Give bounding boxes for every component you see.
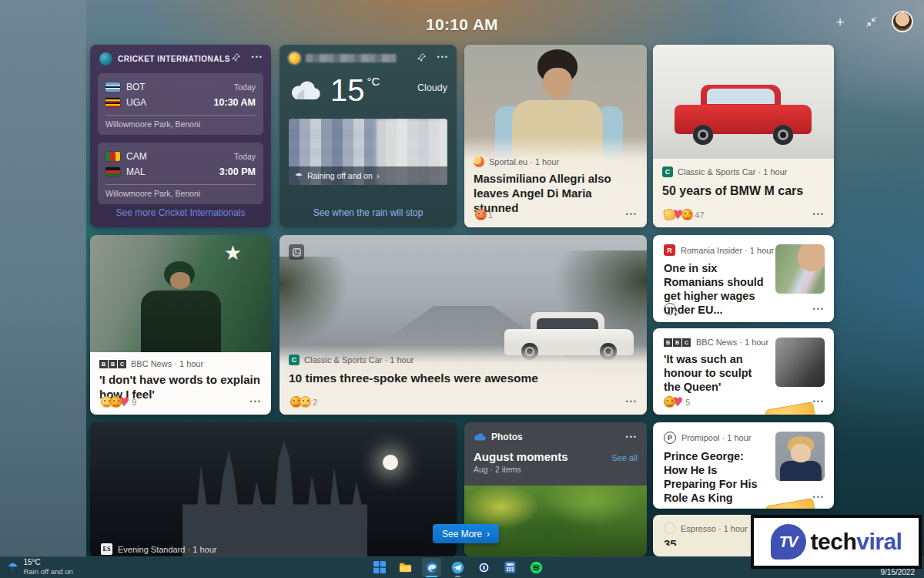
news-source: Classic & Sports Car · 1 hour: [678, 167, 787, 176]
photo-shape: [707, 89, 775, 104]
reaction-count: 5: [685, 398, 690, 407]
news-source: Classic & Sports Car · 1 hour: [304, 355, 413, 365]
more-options-icon[interactable]: •••: [813, 494, 825, 501]
current-temp: 15: [330, 75, 365, 106]
article-photo: [653, 45, 834, 159]
match-day: Today: [234, 82, 256, 92]
evening-standard-logo-icon: ES: [101, 543, 112, 555]
match-card[interactable]: BOT Today UGA 10:30 AM Willowmoore Park,…: [98, 73, 263, 135]
more-options-icon[interactable]: •••: [813, 306, 825, 313]
cricket-widget: CRICKET INTERNATIONALS ••• BOT Today UGA…: [90, 45, 271, 227]
album-photo[interactable]: [464, 486, 647, 556]
reaction-laugh-icon[interactable]: [300, 396, 311, 408]
collapse-icon: [865, 16, 877, 28]
panel-controls: +: [830, 11, 913, 32]
onepassword-icon: [477, 561, 490, 574]
more-options-icon[interactable]: •••: [626, 398, 638, 405]
pin-icon[interactable]: [231, 52, 241, 62]
news-source: Espresso · 1 hour: [681, 524, 748, 533]
add-widget-button[interactable]: +: [830, 12, 850, 32]
start-button[interactable]: [370, 558, 389, 577]
calculator-button[interactable]: [500, 558, 520, 577]
photo-shape: [170, 272, 190, 289]
reaction-count: 2: [668, 492, 672, 502]
match-venue: Willowmoore Park, Benoni: [105, 189, 256, 200]
news-card-evening-standard[interactable]: ES Evening Standard · 1 hour: [90, 422, 457, 556]
file-explorer-button[interactable]: [396, 558, 415, 577]
reaction-thumbsup-icon[interactable]: [765, 402, 822, 415]
news-source: Romania Insider · 1 hour: [681, 246, 774, 255]
see-all-link[interactable]: See all: [611, 453, 638, 462]
news-card-george[interactable]: P Promipool · 1 hour Prince George: How …: [653, 422, 834, 509]
reaction-pleading-icon[interactable]: [664, 396, 675, 408]
cloud-icon: [289, 79, 323, 102]
slideshow-badge-icon: [289, 244, 304, 260]
onepassword-button[interactable]: [474, 558, 494, 577]
pin-icon[interactable]: [417, 52, 427, 62]
news-source: BBC News · 1 hour: [696, 338, 768, 347]
taskbar-temp: 15°C: [23, 558, 72, 567]
promipool-logo-icon: P: [664, 432, 676, 444]
see-more-button[interactable]: See More ›: [433, 524, 499, 543]
reaction-count: 47: [695, 210, 704, 220]
news-card-queen[interactable]: BBC BBC News · 1 hour 'It was such an ho…: [653, 328, 834, 415]
temp-unit: °C: [367, 75, 380, 88]
more-options-icon[interactable]: •••: [250, 398, 262, 405]
taskbar-weather-button[interactable]: ☂ 15°C Rain off and on: [8, 556, 73, 577]
weather-title-redacted: [306, 54, 397, 62]
news-card-bmw[interactable]: C Classic & Sports Car · 1 hour 50 years…: [653, 45, 834, 227]
watermark-text: viral: [856, 529, 902, 554]
weather-widget: ••• 15 °C Cloudy ☂ Raining off and on › …: [280, 45, 457, 227]
team-code: UGA: [126, 97, 146, 108]
more-options-icon[interactable]: •••: [626, 434, 638, 441]
reaction-cry-icon[interactable]: [110, 396, 122, 408]
bbc-logo-icon: BBC: [664, 338, 691, 347]
photos-album-title: August moments: [474, 450, 568, 463]
news-card-bbc-cricket[interactable]: ★ BBC BBC News · 1 hour 'I don't have wo…: [90, 235, 271, 415]
reaction-count: 2: [313, 398, 317, 407]
edge-button[interactable]: [422, 558, 441, 577]
user-avatar[interactable]: [892, 11, 913, 32]
reaction-angry-icon[interactable]: [475, 209, 487, 220]
reaction-surprised-icon[interactable]: [681, 209, 693, 220]
team-code: CAM: [126, 151, 147, 162]
calculator-icon: [504, 561, 516, 573]
photos-widget-title: Photos: [491, 432, 523, 442]
news-card-saab[interactable]: C Classic & Sports Car · 1 hour 10 times…: [280, 235, 647, 415]
match-card[interactable]: CAM Today MAL 3:00 PM Willowmoore Park, …: [98, 143, 263, 204]
taskbar-date[interactable]: 9/15/2022: [881, 568, 916, 576]
article-photo: ★: [90, 235, 271, 352]
more-options-icon[interactable]: •••: [813, 211, 825, 218]
news-card-sportal[interactable]: Sportal.eu · 1 hour Massimiliano Allegri…: [464, 45, 647, 227]
team-code: BOT: [126, 82, 146, 92]
telegram-button[interactable]: [448, 558, 467, 577]
map-caption-text: Raining off and on: [307, 171, 373, 180]
article-photo: [90, 422, 457, 556]
more-options-icon[interactable]: •••: [813, 398, 825, 405]
weather-map-caption[interactable]: ☂ Raining off and on ›: [289, 166, 447, 185]
spotify-icon: [530, 561, 543, 574]
more-options-icon[interactable]: •••: [252, 54, 263, 61]
news-card-romania[interactable]: R Romania Insider · 1 hour One in six Ro…: [653, 235, 834, 322]
match-time: 10:30 AM: [214, 97, 256, 108]
see-more-cricket-link[interactable]: See more Cricket Internationals: [90, 207, 271, 218]
chevron-right-icon: ›: [487, 529, 490, 539]
match-time: 3:00 PM: [219, 166, 256, 177]
collapse-panel-button[interactable]: [861, 12, 881, 32]
flag-malawi-icon: [105, 167, 120, 176]
article-thumbnail: [775, 244, 825, 294]
photos-cloud-icon: [474, 432, 486, 442]
folder-icon: [399, 562, 412, 573]
article-thumbnail: [775, 338, 825, 387]
more-options-icon[interactable]: •••: [626, 211, 638, 218]
photos-album-meta: Aug · 2 items: [464, 465, 647, 474]
reaction-count: 9: [132, 398, 136, 407]
techviral-watermark: TV techviral: [751, 515, 922, 569]
add-reaction-icon[interactable]: [664, 303, 676, 315]
spotify-button[interactable]: [527, 558, 546, 577]
umbrella-icon: ☂: [295, 171, 303, 181]
cricket-widget-icon: [99, 52, 112, 66]
photo-shape: [383, 455, 398, 470]
more-options-icon[interactable]: •••: [437, 54, 449, 61]
weather-forecast-link[interactable]: See when the rain will stop: [280, 207, 457, 218]
